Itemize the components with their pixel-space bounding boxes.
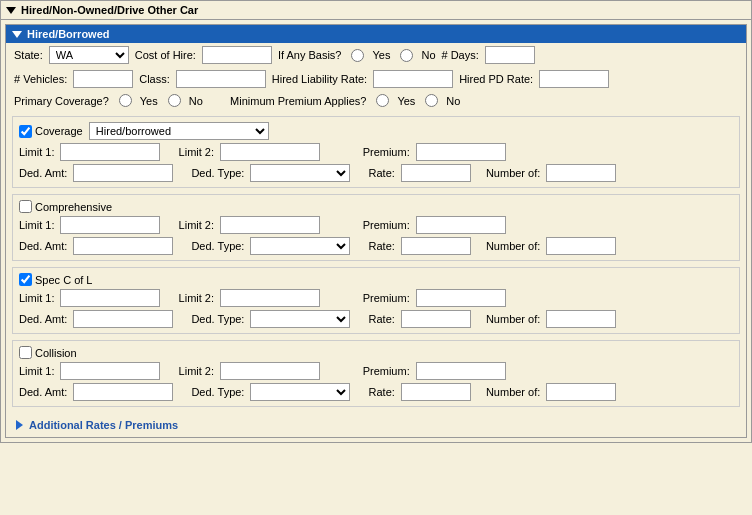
- coverage1-limit2-input[interactable]: [220, 143, 320, 161]
- coverage1-row2: Ded. Amt: 500 Ded. Type: Rate: Number of…: [19, 164, 733, 182]
- coverage3-checkbox[interactable]: [19, 273, 32, 286]
- coverage1-number-of-input[interactable]: [546, 164, 616, 182]
- coverage2-limit2-label: Limit 2:: [179, 219, 214, 231]
- coverage4-limit2-input[interactable]: [220, 362, 320, 380]
- coverage3-limit2-input[interactable]: [220, 289, 320, 307]
- coverage4-checkbox[interactable]: [19, 346, 32, 359]
- inner-panel-header: Hired/Borrowed: [6, 25, 746, 43]
- coverage3-title-row: Spec C of L: [19, 273, 733, 286]
- coverage1-ded-amt-label: Ded. Amt:: [19, 167, 67, 179]
- num-vehicles-input[interactable]: 10: [73, 70, 133, 88]
- coverage4-ded-amt-label: Ded. Amt:: [19, 386, 67, 398]
- coverage3-ded-amt-label: Ded. Amt:: [19, 313, 67, 325]
- state-label: State:: [14, 49, 43, 61]
- class-input[interactable]: [176, 70, 266, 88]
- min-premium-no-radio[interactable]: [425, 94, 438, 107]
- coverage4-limit2-label: Limit 2:: [179, 365, 214, 377]
- coverage2-rate-input[interactable]: [401, 237, 471, 255]
- additional-rates-expand-icon[interactable]: [16, 420, 23, 430]
- hired-pd-rate-input[interactable]: [539, 70, 609, 88]
- primary-coverage-yes-label: Yes: [140, 95, 158, 107]
- coverage3-premium-input[interactable]: [416, 289, 506, 307]
- coverage2-limit1-input[interactable]: [60, 216, 160, 234]
- coverage4-block: Collision Limit 1: Limit 2: Premium: Ded…: [12, 340, 740, 407]
- coverage2-number-of-label: Number of:: [486, 240, 540, 252]
- min-premium-yes-radio[interactable]: [376, 94, 389, 107]
- coverage1-rate-label: Rate:: [369, 167, 395, 179]
- coverage4-premium-input[interactable]: [416, 362, 506, 380]
- coverage4-rate-input[interactable]: [401, 383, 471, 401]
- coverage3-premium-label: Premium:: [363, 292, 410, 304]
- coverage2-rate-label: Rate:: [369, 240, 395, 252]
- coverage3-ded-type-select[interactable]: [250, 310, 350, 328]
- coverage4-ded-type-select[interactable]: [250, 383, 350, 401]
- coverage1-select[interactable]: Hired/borrowed Non-owned Drive Other Car: [89, 122, 269, 140]
- cost-of-hire-input[interactable]: 5,000: [202, 46, 272, 64]
- coverage3-rate-label: Rate:: [369, 313, 395, 325]
- coverage2-premium-label: Premium:: [363, 219, 410, 231]
- coverage1-limit1-input[interactable]: 100,000: [60, 143, 160, 161]
- vehicles-row: # Vehicles: 10 Class: Hired Liability Ra…: [6, 67, 746, 91]
- coverage4-number-of-input[interactable]: [546, 383, 616, 401]
- coverage2-premium-input[interactable]: [416, 216, 506, 234]
- coverage1-premium-input[interactable]: [416, 143, 506, 161]
- coverage3-label: Spec C of L: [35, 274, 92, 286]
- hired-liability-rate-input[interactable]: [373, 70, 453, 88]
- coverage4-limit1-label: Limit 1:: [19, 365, 54, 377]
- coverage1-row1: Limit 1: 100,000 Limit 2: Premium:: [19, 143, 733, 161]
- coverage2-label: Comprehensive: [35, 201, 112, 213]
- coverage2-number-of-input[interactable]: [546, 237, 616, 255]
- state-row: State: WA Cost of Hire: 5,000 If Any Bas…: [6, 43, 746, 67]
- coverage3-limit2-label: Limit 2:: [179, 292, 214, 304]
- coverage4-limit1-input[interactable]: [60, 362, 160, 380]
- coverage3-limit1-input[interactable]: 10,000: [60, 289, 160, 307]
- if-any-basis-yes-radio[interactable]: [351, 49, 364, 62]
- additional-rates-label[interactable]: Additional Rates / Premiums: [29, 419, 178, 431]
- class-label: Class:: [139, 73, 170, 85]
- coverage4-row2: Ded. Amt: Ded. Type: Rate: Number of:: [19, 383, 733, 401]
- coverage2-title-row: Comprehensive: [19, 200, 733, 213]
- coverage2-ded-amt-input[interactable]: [73, 237, 173, 255]
- state-select[interactable]: WA: [49, 46, 129, 64]
- if-any-basis-label: If Any Basis?: [278, 49, 342, 61]
- coverage4-rate-label: Rate:: [369, 386, 395, 398]
- if-any-basis-no-radio[interactable]: [400, 49, 413, 62]
- num-days-input[interactable]: 10: [485, 46, 535, 64]
- outer-panel: Hired/Non-Owned/Drive Other Car Hired/Bo…: [0, 0, 752, 443]
- primary-coverage-yes-radio[interactable]: [119, 94, 132, 107]
- coverage3-rate-input[interactable]: [401, 310, 471, 328]
- coverage1-ded-type-select[interactable]: [250, 164, 350, 182]
- coverage1-label: Coverage: [35, 125, 83, 137]
- inner-collapse-icon[interactable]: [12, 31, 22, 38]
- coverage3-ded-amt-input[interactable]: 100: [73, 310, 173, 328]
- coverage1-limit2-label: Limit 2:: [179, 146, 214, 158]
- coverage4-premium-label: Premium:: [363, 365, 410, 377]
- coverage2-row2: Ded. Amt: Ded. Type: Rate: Number of:: [19, 237, 733, 255]
- coverage1-ded-amt-input[interactable]: 500: [73, 164, 173, 182]
- coverage4-ded-amt-input[interactable]: [73, 383, 173, 401]
- coverage2-limit2-input[interactable]: [220, 216, 320, 234]
- outer-collapse-icon[interactable]: [6, 7, 16, 14]
- coverage1-number-of-label: Number of:: [486, 167, 540, 179]
- outer-panel-title: Hired/Non-Owned/Drive Other Car: [21, 4, 198, 16]
- coverage3-limit1-label: Limit 1:: [19, 292, 54, 304]
- coverage3-row1: Limit 1: 10,000 Limit 2: Premium:: [19, 289, 733, 307]
- primary-coverage-no-label: No: [189, 95, 203, 107]
- hired-liability-rate-label: Hired Liability Rate:: [272, 73, 367, 85]
- coverage2-block: Comprehensive Limit 1: Limit 2: Premium:…: [12, 194, 740, 261]
- coverage2-checkbox[interactable]: [19, 200, 32, 213]
- coverage1-rate-input[interactable]: [401, 164, 471, 182]
- min-premium-no-label: No: [446, 95, 460, 107]
- hired-pd-rate-label: Hired PD Rate:: [459, 73, 533, 85]
- coverage1-fields: Limit 1: 100,000 Limit 2: Premium: Ded. …: [19, 143, 733, 182]
- coverage1-checkbox[interactable]: [19, 125, 32, 138]
- primary-coverage-no-radio[interactable]: [168, 94, 181, 107]
- coverage3-fields: Limit 1: 10,000 Limit 2: Premium: Ded. A…: [19, 289, 733, 328]
- coverage2-ded-amt-label: Ded. Amt:: [19, 240, 67, 252]
- coverage4-title-row: Collision: [19, 346, 733, 359]
- primary-coverage-row: Primary Coverage? Yes No Minimum Premium…: [6, 91, 746, 110]
- coverage3-ded-type-label: Ded. Type:: [191, 313, 244, 325]
- coverage2-ded-type-select[interactable]: [250, 237, 350, 255]
- num-vehicles-label: # Vehicles:: [14, 73, 67, 85]
- coverage3-number-of-input[interactable]: [546, 310, 616, 328]
